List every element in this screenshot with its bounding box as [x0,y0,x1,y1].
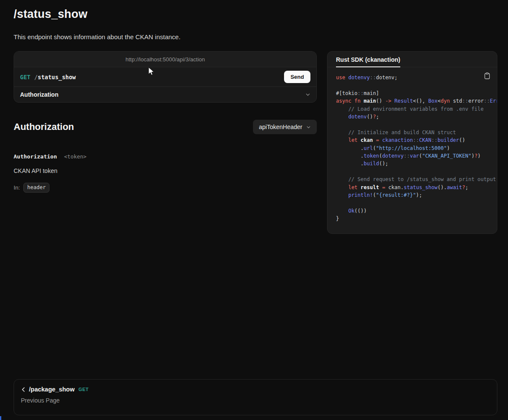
code-block: use dotenvy::dotenv; #[tokio::main] asyn… [336,74,497,223]
endpoint-description: This endpoint shows information about th… [14,33,497,40]
authorization-heading-row: Authorization apiTokenHeader [14,120,317,134]
code-sample-tab[interactable]: Rust SDK (ckanaction) [336,56,400,67]
endpoint-path: /status_show [34,74,76,81]
path-slash: / [34,74,37,81]
clipboard-icon [484,72,490,79]
copy-code-button[interactable] [484,72,490,81]
left-column: http://localhost:5000/api/3/action GET /… [14,51,317,193]
in-value-badge: header [23,183,49,193]
previous-page-method: GET [78,387,89,392]
send-button[interactable]: Send [284,71,310,83]
code-sample-card: Rust SDK (ckanaction) use dotenvy::doten… [327,51,497,234]
authorization-row-label: Authorization [20,91,58,98]
content-row: http://localhost:5000/api/3/action GET /… [14,51,497,234]
auth-param-name: Authorization [14,153,57,160]
chevron-down-icon [305,92,310,97]
chevron-left-icon [21,387,26,392]
scroll-indicator [0,416,1,420]
page-title: /status_show [14,8,497,21]
code-card-header: Rust SDK (ckanaction) [327,52,497,67]
auth-param-token-placeholder: <token> [64,153,86,160]
previous-page-row: /package_show GET [21,386,490,393]
code-body: use dotenvy::dotenv; #[tokio::main] asyn… [327,67,497,233]
auth-param-description: CKAN API token [14,167,317,174]
authorization-section-heading: Authorization [14,121,74,132]
request-card: http://localhost:5000/api/3/action GET /… [14,51,317,103]
base-url-bar[interactable]: http://localhost:5000/api/3/action [14,52,316,67]
auth-param-row: Authorization <token> [14,152,317,160]
request-row: GET /status_show Send [14,67,316,86]
authorization-collapse-row[interactable]: Authorization [14,86,316,102]
in-label: In: [14,184,20,191]
right-column: Rust SDK (ckanaction) use dotenvy::doten… [327,51,497,234]
previous-page-label: Previous Page [21,397,490,404]
auth-in-row: In: header [14,183,317,193]
auth-scheme-selected: apiTokenHeader [259,124,302,130]
http-method-label: GET [20,74,30,81]
auth-scheme-dropdown[interactable]: apiTokenHeader [253,120,317,134]
previous-page-title: /package_show [29,386,75,393]
previous-page-link[interactable]: /package_show GET Previous Page [14,379,497,415]
path-name: status_show [38,74,76,81]
chevron-down-icon [306,125,311,129]
